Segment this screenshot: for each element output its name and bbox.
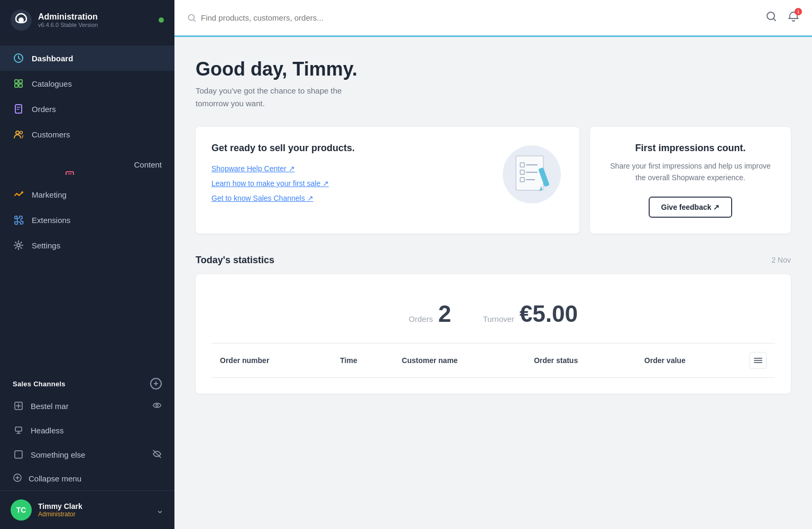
sidebar-item-customers[interactable]: Customers [0, 122, 174, 147]
turnover-value: €5.00 [520, 301, 578, 327]
svg-point-14 [153, 403, 161, 407]
sidebar-nav: Dashboard Catalogues Orders Customers Co… [0, 40, 174, 367]
sidebar-item-settings[interactable]: Settings [0, 233, 174, 258]
svg-rect-17 [15, 451, 22, 458]
topbar-icons: 1 [765, 11, 799, 25]
user-info: Timmy Clark Administrator [38, 502, 150, 518]
col-order-value: Order value [636, 343, 741, 377]
add-sales-channel-button[interactable]: + [150, 378, 162, 389]
sales-channel-something-else[interactable]: Something else [0, 442, 174, 467]
brand-title: Administration [38, 12, 98, 22]
headless-label: Headless [31, 426, 162, 435]
first-sale-link[interactable]: Learn how to make your first sale ↗ [211, 179, 355, 188]
orders-stat: Orders 2 [409, 301, 451, 327]
search-icon [187, 13, 197, 23]
svg-rect-7 [15, 105, 22, 113]
main-area: 1 Good day, Timmy. Today you've got the … [174, 0, 812, 529]
svg-point-15 [156, 404, 158, 406]
greeting-title: Good day, Timmy. [196, 58, 791, 80]
svg-rect-31 [754, 358, 762, 359]
sell-illustration [500, 143, 564, 206]
orders-table-wrapper: Order number Time Customer name Order st… [211, 343, 775, 378]
turnover-label: Turnover [483, 314, 514, 323]
col-customer-name: Customer name [393, 343, 525, 377]
headless-icon [13, 424, 24, 436]
marketing-icon [13, 189, 24, 200]
svg-point-9 [20, 132, 23, 134]
col-menu [741, 343, 775, 377]
search-topbar-button[interactable] [765, 11, 777, 25]
bestel-mar-label: Bestel mar [31, 402, 146, 411]
svg-rect-16 [15, 427, 22, 431]
col-order-number: Order number [211, 343, 331, 377]
sidebar-item-orders[interactable]: Orders [0, 96, 174, 122]
notification-badge: 1 [795, 8, 802, 15]
orders-value: 2 [438, 301, 451, 327]
orders-icon [13, 103, 24, 115]
sidebar-item-label: Extensions [32, 216, 70, 225]
greeting-subtitle: Today you've got the chance to shape the… [196, 85, 791, 110]
collapse-menu-label: Collapse menu [29, 474, 81, 483]
svg-rect-5 [15, 84, 18, 87]
impressions-description: Share your first impressions and help us… [606, 160, 775, 184]
notification-button[interactable]: 1 [788, 11, 799, 25]
svg-point-1 [19, 17, 24, 23]
sidebar: Administration v6.4.6.0 Stable Version D… [0, 0, 174, 529]
sidebar-item-label: Dashboard [32, 54, 73, 63]
search-bar [187, 13, 759, 23]
sales-channel-headless[interactable]: Headless [0, 418, 174, 442]
sidebar-header: Administration v6.4.6.0 Stable Version [0, 0, 174, 40]
impressions-card: First impressions count. Share your firs… [590, 127, 791, 234]
sales-channel-bestel-mar[interactable]: Bestel mar [0, 394, 174, 418]
something-else-icon [13, 449, 24, 460]
sell-card-title: Get ready to sell your products. [211, 143, 355, 154]
give-feedback-button[interactable]: Give feedback ↗ [649, 197, 733, 218]
sidebar-item-marketing[interactable]: Marketing [0, 182, 174, 207]
svg-rect-33 [754, 362, 762, 363]
stats-numbers: Orders 2 Turnover €5.00 [211, 290, 775, 343]
brand-version: v6.4.6.0 Stable Version [38, 22, 98, 28]
svg-rect-10 [66, 172, 73, 175]
sales-channels-link[interactable]: Get to know Sales Channels ↗ [211, 194, 355, 202]
brand: Administration v6.4.6.0 Stable Version [11, 10, 98, 31]
content-icon [13, 154, 126, 175]
sidebar-item-label: Customers [32, 130, 70, 139]
svg-rect-4 [19, 80, 22, 83]
search-input[interactable] [201, 13, 759, 22]
user-avatar: TC [11, 499, 32, 521]
customers-icon [13, 128, 24, 140]
svg-point-20 [189, 14, 195, 20]
collapse-menu-button[interactable]: Collapse menu [0, 467, 174, 490]
svg-point-21 [767, 12, 774, 20]
table-menu-button[interactable] [750, 352, 767, 369]
sidebar-item-catalogues[interactable]: Catalogues [0, 71, 174, 96]
sidebar-item-extensions[interactable]: Extensions [0, 207, 174, 233]
col-order-status: Order status [525, 343, 636, 377]
brand-logo [11, 10, 32, 31]
topbar: 1 [174, 0, 812, 37]
sidebar-item-dashboard[interactable]: Dashboard [0, 45, 174, 71]
svg-rect-6 [19, 84, 22, 87]
bestel-mar-icon [13, 400, 24, 412]
svg-point-11 [21, 191, 23, 193]
info-cards: Get ready to sell your products. Shopwar… [196, 127, 791, 234]
stats-title: Today's statistics [196, 255, 274, 266]
stats-section: Today's statistics 2 Nov Orders 2 Turnov… [196, 255, 791, 394]
svg-point-8 [16, 131, 19, 134]
help-center-link[interactable]: Shopware Help Center ↗ [211, 164, 355, 173]
orders-label: Orders [409, 314, 433, 323]
col-time: Time [331, 343, 393, 377]
sidebar-item-content[interactable]: Content [0, 147, 174, 182]
content: Good day, Timmy. Today you've got the ch… [174, 37, 812, 529]
catalogues-icon [13, 78, 24, 89]
svg-point-12 [17, 244, 20, 247]
sidebar-item-label: Catalogues [32, 79, 72, 88]
bestel-mar-eye-icon [152, 401, 162, 412]
sell-card-content: Get ready to sell your products. Shopwar… [211, 143, 355, 202]
stats-header: Today's statistics 2 Nov [196, 255, 791, 266]
sell-products-card: Get ready to sell your products. Shopwar… [196, 127, 579, 234]
user-menu-chevron[interactable]: ⌄ [156, 504, 164, 516]
settings-icon [13, 239, 24, 251]
sidebar-footer: TC Timmy Clark Administrator ⌄ [0, 490, 174, 529]
extensions-icon [13, 214, 24, 226]
